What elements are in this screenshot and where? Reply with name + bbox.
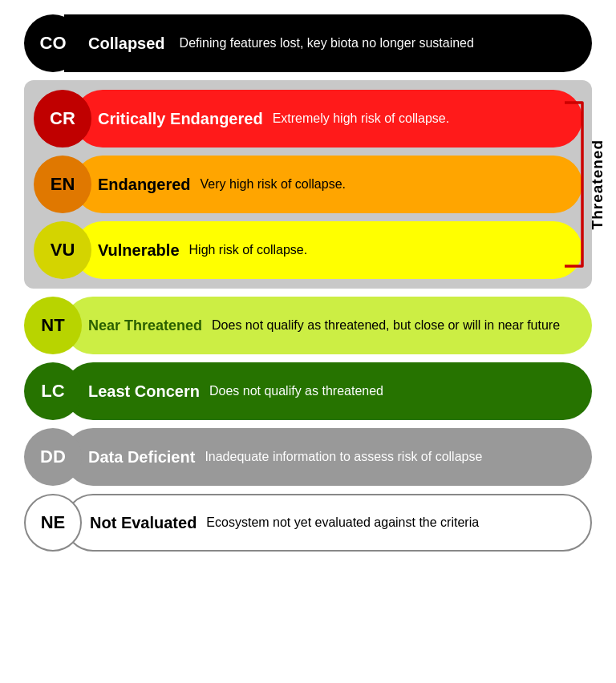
co-code: CO — [40, 33, 67, 54]
dd-description: Inadequate information to assess risk of… — [205, 449, 482, 466]
dd-circle: DD — [24, 428, 82, 486]
en-label: Endangered — [98, 176, 191, 194]
lc-circle: LC — [24, 362, 82, 420]
nt-code: NT — [41, 315, 64, 336]
co-pill: Collapsed Defining features lost, key bi… — [64, 14, 592, 72]
vu-description: High risk of collapse. — [189, 242, 308, 259]
vu-label: Vulnerable — [98, 241, 180, 260]
vu-code: VU — [51, 240, 75, 261]
vu-row: VU Vulnerable High risk of collapse. — [34, 221, 582, 279]
vu-circle: VU — [34, 221, 91, 279]
nt-circle: NT — [24, 297, 82, 354]
cr-pill: Critically Endangered Extremely high ris… — [74, 90, 582, 148]
dd-pill: Data Deficient Inadequate information to… — [64, 428, 592, 486]
dd-code: DD — [40, 447, 66, 467]
threatened-bracket-svg — [560, 96, 589, 273]
ne-pill: Not Evaluated Ecosystem not yet evaluate… — [64, 494, 592, 552]
ne-row: NE Not Evaluated Ecosystem not yet evalu… — [24, 494, 592, 552]
en-description: Very high risk of collapse. — [201, 176, 346, 193]
vu-pill: Vulnerable High risk of collapse. — [74, 221, 582, 279]
cr-circle: CR — [34, 90, 91, 148]
cr-label: Critically Endangered — [98, 110, 263, 128]
co-label: Collapsed — [88, 34, 165, 53]
en-pill: Endangered Very high risk of collapse. — [74, 156, 582, 213]
lc-pill: Least Concern Does not qualify as threat… — [64, 362, 592, 420]
nt-pill: Near Threatened Does not qualify as thre… — [64, 297, 592, 354]
ne-code: NE — [41, 512, 66, 533]
ne-label: Not Evaluated — [90, 514, 197, 532]
lc-description: Does not qualify as threatened — [209, 383, 383, 400]
nt-label: Near Threatened — [88, 317, 202, 334]
threatened-section: CR Critically Endangered Extremely high … — [24, 80, 592, 289]
cr-description: Extremely high risk of collapse. — [273, 111, 450, 127]
dd-label: Data Deficient — [88, 448, 195, 467]
nt-description: Does not qualify as threatened, but clos… — [212, 317, 560, 334]
en-code: EN — [51, 174, 75, 195]
en-row: EN Endangered Very high risk of collapse… — [34, 156, 582, 213]
co-description: Defining features lost, key biota no lon… — [180, 35, 474, 52]
cr-row: CR Critically Endangered Extremely high … — [34, 90, 582, 148]
ne-circle: NE — [24, 494, 82, 552]
lc-label: Least Concern — [88, 382, 200, 401]
co-circle: CO — [24, 14, 82, 72]
cr-code: CR — [50, 108, 75, 129]
lc-row: LC Least Concern Does not qualify as thr… — [24, 362, 592, 420]
collapsed-row: CO Collapsed Defining features lost, key… — [24, 14, 592, 72]
threatened-bracket-area: Threatened — [560, 80, 606, 289]
dd-row: DD Data Deficient Inadequate information… — [24, 428, 592, 486]
lc-code: LC — [41, 381, 64, 402]
ne-description: Ecosystem not yet evaluated against the … — [206, 515, 479, 531]
nt-row: NT Near Threatened Does not qualify as t… — [24, 297, 592, 354]
threatened-label: Threatened — [589, 139, 606, 229]
en-circle: EN — [34, 156, 91, 213]
